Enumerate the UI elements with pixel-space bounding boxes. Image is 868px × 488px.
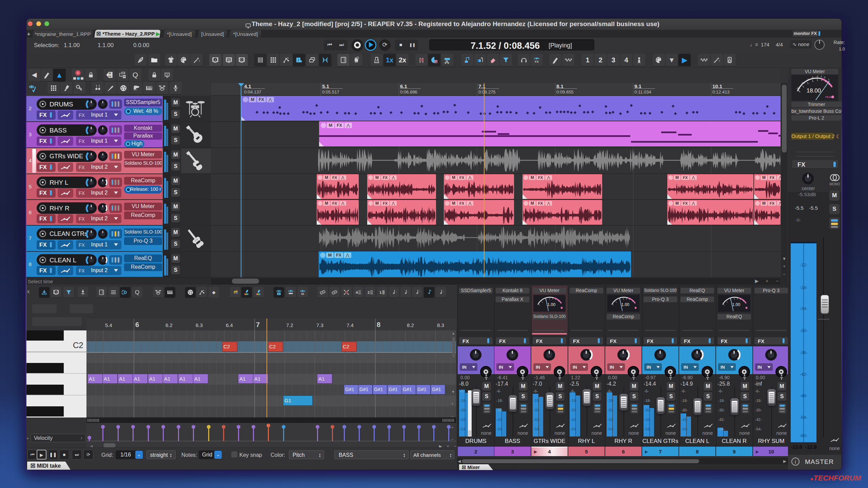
svg-text:1: 1	[828, 78, 830, 81]
svg-text:FX: FX	[535, 60, 539, 63]
svg-text:96: 96	[301, 292, 304, 296]
svg-text:0: 0	[824, 76, 826, 79]
svg-text:1.00: 1.00	[621, 302, 629, 307]
svg-text:1.00: 1.00	[732, 302, 740, 307]
svg-text:-7: -7	[806, 78, 809, 81]
svg-text:4: 4	[356, 290, 358, 294]
svg-text:18.00: 18.00	[807, 87, 821, 94]
svg-text:-5: -5	[811, 76, 814, 79]
svg-text:1: 1	[379, 290, 381, 294]
svg-text:-1: -1	[820, 75, 823, 78]
svg-text:ff: ff	[234, 290, 236, 294]
svg-text:-20: -20	[796, 87, 800, 90]
svg-text:i: i	[56, 291, 56, 294]
svg-text:1.00: 1.00	[547, 302, 555, 307]
svg-text:2: 2	[368, 290, 370, 294]
svg-text:1: 1	[357, 57, 358, 59]
svg-text:-10: -10	[801, 81, 805, 84]
svg-text:IN: IN	[109, 72, 111, 75]
svg-text:i: i	[215, 58, 216, 62]
svg-text:-3: -3	[816, 75, 818, 78]
svg-text:FX: FX	[108, 75, 112, 78]
svg-text:D: D	[124, 290, 127, 295]
svg-text:E: E	[278, 292, 279, 295]
